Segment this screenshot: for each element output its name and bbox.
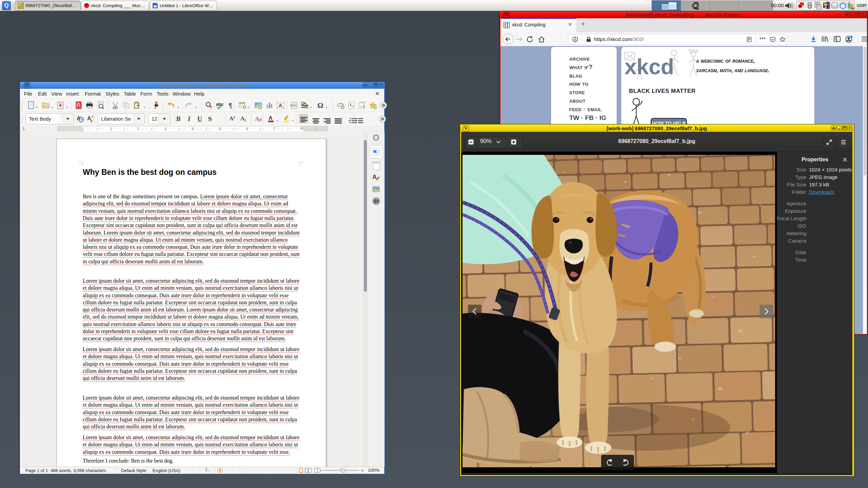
svg-text:2: 2 bbox=[137, 127, 139, 131]
svg-text:A: A bbox=[269, 115, 273, 121]
svg-text:A: A bbox=[87, 116, 91, 121]
svg-text:A: A bbox=[372, 174, 377, 180]
svg-text:1: 1 bbox=[350, 102, 352, 106]
svg-text:i: i bbox=[363, 104, 365, 109]
svg-text:¶: ¶ bbox=[229, 102, 232, 109]
svg-text:6: 6 bbox=[246, 127, 248, 131]
svg-text:5: 5 bbox=[219, 127, 221, 131]
svg-text:1: 1 bbox=[110, 127, 112, 131]
svg-text:7: 7 bbox=[273, 127, 275, 131]
svg-text:A: A bbox=[279, 103, 282, 108]
svg-text:Ω: Ω bbox=[317, 101, 323, 109]
svg-text:4: 4 bbox=[192, 127, 194, 131]
svg-text:2: 2 bbox=[356, 119, 357, 122]
svg-text:abc: abc bbox=[216, 102, 223, 107]
svg-text:3: 3 bbox=[164, 127, 166, 131]
